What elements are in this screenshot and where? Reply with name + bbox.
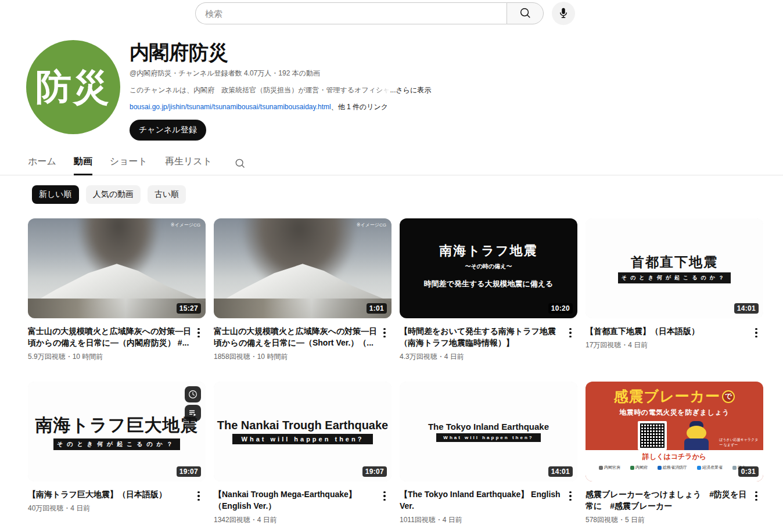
video-details: 【南海トラフ巨大地震】（日本語版） 40万回視聴・4 日前 — [28, 488, 206, 513]
video-menu-button[interactable] — [749, 325, 763, 339]
video-card: 10:20 南海トラフ地震〜その時の備え〜時間差で発生する大規模地震に備える 【… — [400, 218, 577, 362]
search-icon — [519, 6, 531, 21]
channel-meta: @内閣府防災・チャンネル登録者数 4.07万人・192 本の動画 — [130, 69, 431, 78]
video-title[interactable]: 富士山の大規模噴火と広域降灰への対策—日頃からの備えを日常に—（Short Ve… — [214, 325, 378, 348]
video-menu-button[interactable] — [749, 488, 763, 502]
poster-thumbnail: 感震ブレーカーで地震時の電気火災を防ぎましょうぼうさい応援キャラクター なまずー… — [586, 382, 763, 481]
tab-home[interactable]: ホーム — [28, 156, 56, 175]
ministry-logo-icon — [732, 466, 737, 470]
channel-description-text: このチャンネルは、内閣府 政策統括官（防災担当）が運営・管理するオフィ — [130, 86, 376, 94]
video-menu-button[interactable] — [378, 325, 392, 339]
video-card: 19:07 The Nankai Trough EarthquakeWhat w… — [214, 382, 392, 525]
video-meta: 578回視聴・5 日前 — [586, 515, 749, 525]
video-title[interactable]: 【時間差をおいて発生する南海トラフ地震（南海トラフ地震臨時情報）】 — [400, 325, 563, 348]
video-grid: 15:27 ※イメージCG 富士山の大規模噴火と広域降灰への対策—日頃からの備え… — [0, 204, 783, 525]
video-menu-button[interactable] — [192, 488, 206, 502]
ministry-logo-icon — [697, 466, 701, 470]
channel-description-fade: シャ — [376, 85, 390, 95]
video-card: 14:01 首都直下地震そのとき何が起こるのか？ 【首都直下地震】（日本語版） … — [586, 218, 763, 362]
channel-avatar: 防災 — [26, 40, 120, 134]
video-thumbnail[interactable]: 15:27 ※イメージCG — [28, 218, 206, 318]
ministry-logo-icon — [658, 466, 662, 470]
video-title[interactable]: 【首都直下地震】（日本語版） — [586, 325, 749, 337]
ministry-logo-label: 経済産業省 — [702, 465, 723, 470]
search-button[interactable] — [507, 2, 544, 24]
show-more-link[interactable]: ...さらに表示 — [390, 86, 432, 94]
video-menu-button[interactable] — [563, 488, 577, 502]
channel-description: このチャンネルは、内閣府 政策統括官（防災担当）が運営・管理するオフィシャ...… — [130, 85, 431, 95]
video-menu-button[interactable] — [563, 325, 577, 339]
poster-title: 感震ブレーカーで — [586, 387, 763, 406]
tab-shorts[interactable]: ショート — [110, 156, 148, 175]
video-thumbnail[interactable]: 0:31 感震ブレーカーで地震時の電気火災を防ぎましょうぼうさい応援キャラクター… — [586, 382, 763, 481]
voice-search-button[interactable] — [552, 2, 575, 25]
search-input[interactable] — [195, 2, 507, 24]
video-details: 富士山の大規模噴火と広域降灰への対策—日頃からの備えを日常に—（Short Ve… — [214, 325, 392, 362]
video-title[interactable]: 富士山の大規模噴火と広域降灰への対策—日頃からの備えを日常に—（内閣府防災） #… — [28, 325, 192, 348]
video-meta: 1342回視聴・4 日前 — [214, 515, 378, 525]
foothills — [214, 299, 392, 318]
video-duration-badge: 19:07 — [362, 466, 387, 477]
thumbnail-banner-text: そのとき何が起こるのか？ — [618, 272, 731, 283]
chip-popular[interactable]: 人気の動画 — [86, 185, 141, 204]
thumbnail-title-text: The Tokyo Inland Earthquake — [428, 422, 549, 432]
ministry-logo-icon — [630, 466, 634, 470]
thumbnail-title-text: 南海トラフ巨大地震 — [35, 414, 198, 437]
video-thumbnail[interactable]: 10:20 南海トラフ地震〜その時の備え〜時間差で発生する大規模地震に備える — [400, 218, 577, 318]
video-title[interactable]: 【Nankai Trough Mega-Earthquake】（English … — [214, 488, 378, 512]
ministry-logo: 総務省消防庁 — [658, 465, 687, 470]
video-meta: 40万回視聴・4 日前 — [28, 504, 192, 513]
thumbnail-title-text: 首都直下地震 — [631, 253, 718, 271]
add-to-queue-button[interactable] — [185, 405, 201, 421]
tab-videos[interactable]: 動画 — [74, 156, 92, 175]
qr-code-pattern — [640, 423, 665, 448]
ministry-logo-icon — [599, 466, 603, 470]
channel-link[interactable]: bousai.go.jp/jishin/tsunami/tsunamibousa… — [130, 103, 331, 111]
thumbnail-banner-text: What will happen then? — [436, 433, 540, 442]
video-title[interactable]: 【南海トラフ巨大地震】（日本語版） — [28, 488, 192, 500]
video-meta: 5.9万回視聴・10 時間前 — [28, 352, 192, 362]
video-menu-button[interactable] — [378, 488, 392, 502]
video-thumbnail[interactable]: 19:07 南海トラフ巨大地震そのとき何が起こるのか？ — [28, 382, 206, 481]
video-duration-badge: 15:27 — [177, 303, 201, 314]
video-details: 【首都直下地震】（日本語版） 17万回視聴・4 日前 — [586, 325, 763, 350]
sort-chips: 新しい順人気の動画古い順 — [0, 175, 783, 204]
video-meta: 4.3万回視聴・4 日前 — [400, 352, 563, 362]
video-meta: 17万回視聴・4 日前 — [586, 340, 749, 350]
watch-later-button[interactable] — [185, 386, 201, 402]
video-thumbnail[interactable]: 14:01 The Tokyo Inland EarthquakeWhat wi… — [400, 382, 577, 481]
channel-title: 内閣府防災 — [130, 41, 431, 64]
thumbnail-banner-text: そのとき何が起こるのか？ — [53, 438, 180, 450]
video-duration-badge: 14:01 — [548, 466, 573, 477]
video-details: 【The Tokyo Inland Earthquake】 English Ve… — [400, 488, 577, 525]
channel-links: bousai.go.jp/jishin/tsunami/tsunamibousa… — [130, 102, 431, 112]
tab-playlists[interactable]: 再生リスト — [165, 156, 212, 175]
video-thumbnail[interactable]: 1:01 ※イメージCG — [214, 218, 392, 318]
video-meta: 1011回視聴・4 日前 — [400, 515, 563, 525]
video-title[interactable]: 【The Tokyo Inland Earthquake】 English Ve… — [400, 488, 563, 512]
channel-tabs: ホーム動画ショート再生リスト — [0, 141, 783, 175]
kebab-icon — [563, 491, 577, 501]
ministry-logo: 内閣官房 — [599, 465, 620, 470]
video-thumbnail[interactable]: 14:01 首都直下地震そのとき何が起こるのか？ — [586, 218, 763, 318]
subscribe-button[interactable]: チャンネル登録 — [130, 120, 206, 141]
ministry-logo: 経済産業省 — [697, 465, 723, 470]
clock-icon — [188, 389, 198, 400]
thumbnail-banner-text: What will happen then? — [232, 434, 373, 444]
thumbnail-hover-actions — [185, 386, 201, 421]
video-details: 富士山の大規模噴火と広域降灰への対策—日頃からの備えを日常に—（内閣府防災） #… — [28, 325, 206, 362]
video-card: 1:01 ※イメージCG 富士山の大規模噴火と広域降灰への対策—日頃からの備えを… — [214, 218, 392, 362]
poster-subtitle: 地震時の電気火災を防ぎましょう — [586, 408, 763, 418]
ministry-logo-label: 内閣府 — [635, 465, 648, 470]
kebab-icon — [749, 491, 763, 501]
video-duration-badge: 10:20 — [548, 303, 573, 314]
video-duration-badge: 1:01 — [367, 303, 387, 314]
video-thumbnail[interactable]: 19:07 The Nankai Trough EarthquakeWhat w… — [214, 382, 392, 481]
channel-search-icon[interactable] — [234, 157, 246, 175]
video-title[interactable]: 感震ブレーカーをつけましょう #防災を日常に #感震ブレーカー — [586, 488, 749, 512]
video-duration-badge: 0:31 — [738, 466, 759, 477]
chip-newest[interactable]: 新しい順 — [32, 185, 79, 204]
chip-oldest[interactable]: 古い順 — [148, 185, 186, 204]
kebab-icon — [378, 491, 392, 501]
video-menu-button[interactable] — [192, 325, 206, 339]
